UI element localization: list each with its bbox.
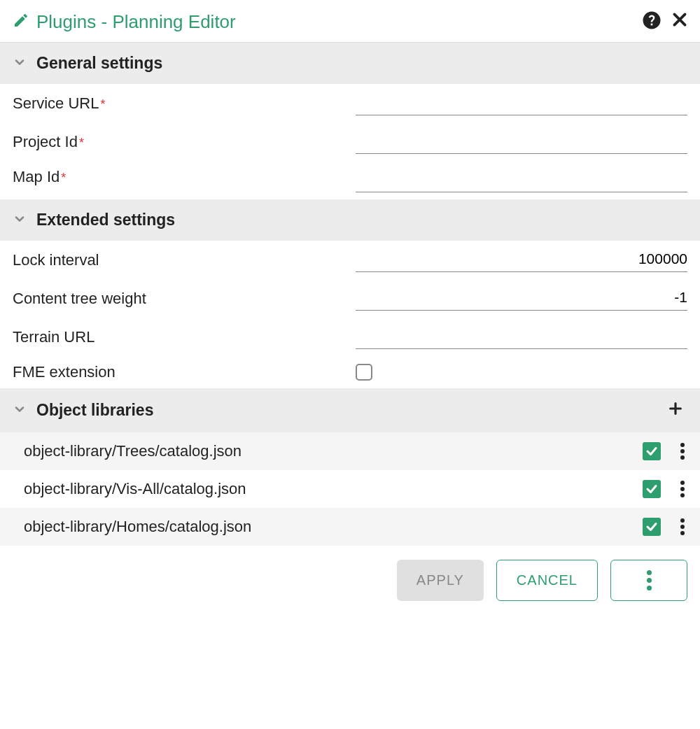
- dialog-footer: APPLY CANCEL: [0, 546, 700, 615]
- required-marker: *: [61, 171, 66, 185]
- library-enabled-checkbox[interactable]: [643, 442, 661, 460]
- cancel-button[interactable]: CANCEL: [496, 560, 598, 601]
- input-service-url[interactable]: [356, 94, 687, 111]
- section-header-extended[interactable]: Extended settings: [0, 199, 700, 241]
- kebab-menu-icon[interactable]: [678, 443, 687, 460]
- help-icon[interactable]: [641, 10, 662, 34]
- label-fme-extension: FME extension: [13, 363, 356, 381]
- close-icon[interactable]: [671, 10, 689, 34]
- library-path: object-library/Vis-All/catalog.json: [24, 480, 643, 498]
- section-title: Extended settings: [36, 211, 687, 229]
- section-header-general[interactable]: General settings: [0, 43, 700, 84]
- chevron-down-icon: [13, 55, 27, 72]
- kebab-icon: [647, 570, 652, 590]
- required-marker: *: [100, 97, 105, 111]
- row-terrain-url: Terrain URL: [0, 318, 700, 356]
- label-map-id: Map Id*: [13, 168, 356, 186]
- library-enabled-checkbox[interactable]: [643, 480, 661, 498]
- label-content-tree-weight: Content tree weight: [13, 290, 356, 308]
- input-project-id[interactable]: [356, 132, 687, 149]
- row-service-url: Service URL*: [0, 84, 700, 122]
- dialog-header: Plugins - Planning Editor: [0, 0, 700, 43]
- kebab-menu-icon[interactable]: [678, 481, 687, 497]
- chevron-down-icon: [13, 212, 27, 229]
- section-title: General settings: [36, 54, 687, 73]
- apply-button[interactable]: APPLY: [397, 560, 484, 601]
- plus-icon[interactable]: [668, 399, 683, 421]
- section-header-libraries[interactable]: Object libraries: [0, 388, 700, 432]
- label-project-id: Project Id*: [13, 133, 356, 151]
- row-lock-interval: Lock interval: [0, 241, 700, 279]
- dialog-title: Plugins - Planning Editor: [36, 11, 641, 33]
- library-row: object-library/Vis-All/catalog.json: [0, 470, 700, 508]
- checkbox-fme-extension[interactable]: [356, 364, 372, 381]
- library-row: object-library/Homes/catalog.json: [0, 508, 700, 546]
- section-title: Object libraries: [36, 401, 668, 420]
- library-path: object-library/Trees/catalog.json: [24, 442, 643, 460]
- library-enabled-checkbox[interactable]: [643, 518, 661, 536]
- kebab-menu-icon[interactable]: [678, 518, 687, 535]
- more-button[interactable]: [610, 560, 687, 601]
- chevron-down-icon: [13, 402, 27, 419]
- library-path: object-library/Homes/catalog.json: [24, 518, 643, 536]
- input-terrain-url[interactable]: [356, 327, 687, 344]
- library-row: object-library/Trees/catalog.json: [0, 432, 700, 470]
- label-terrain-url: Terrain URL: [13, 328, 356, 346]
- input-map-id[interactable]: [356, 171, 687, 187]
- label-service-url: Service URL*: [13, 94, 356, 113]
- row-fme-extension: FME extension: [0, 356, 700, 388]
- label-lock-interval: Lock interval: [13, 251, 356, 269]
- input-lock-interval[interactable]: [356, 250, 687, 267]
- required-marker: *: [79, 136, 84, 150]
- pencil-icon: [13, 12, 29, 31]
- row-content-tree-weight: Content tree weight: [0, 279, 700, 318]
- libraries-list: object-library/Trees/catalog.json object…: [0, 432, 700, 546]
- row-map-id: Map Id*: [0, 161, 700, 199]
- input-content-tree-weight[interactable]: [356, 289, 687, 306]
- row-project-id: Project Id*: [0, 122, 700, 161]
